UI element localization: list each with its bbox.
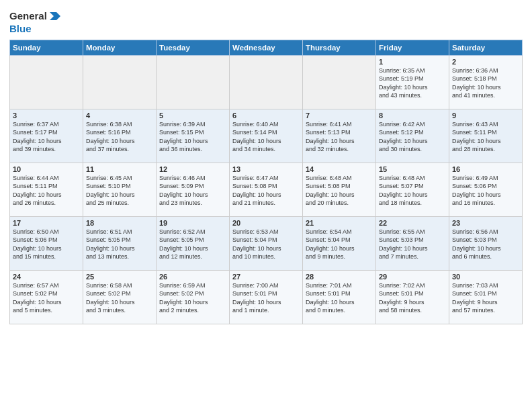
calendar-cell xyxy=(10,56,83,109)
calendar-cell: 26Sunrise: 6:59 AM Sunset: 5:02 PM Dayli… xyxy=(157,271,230,324)
day-info: Sunrise: 6:58 AM Sunset: 5:02 PM Dayligh… xyxy=(86,281,153,314)
calendar-week-row: 17Sunrise: 6:50 AM Sunset: 5:06 PM Dayli… xyxy=(10,217,523,271)
calendar-cell xyxy=(157,56,230,109)
calendar-cell: 14Sunrise: 6:48 AM Sunset: 5:08 PM Dayli… xyxy=(303,163,376,217)
day-number: 19 xyxy=(159,219,226,227)
calendar-cell: 22Sunrise: 6:55 AM Sunset: 5:03 PM Dayli… xyxy=(376,217,449,271)
calendar-cell: 2Sunrise: 6:36 AM Sunset: 5:18 PM Daylig… xyxy=(449,56,523,109)
calendar-cell: 13Sunrise: 6:47 AM Sunset: 5:08 PM Dayli… xyxy=(230,163,303,217)
day-info: Sunrise: 6:37 AM Sunset: 5:17 PM Dayligh… xyxy=(13,120,80,153)
calendar-cell: 28Sunrise: 7:01 AM Sunset: 5:01 PM Dayli… xyxy=(303,271,376,324)
calendar-cell: 11Sunrise: 6:45 AM Sunset: 5:10 PM Dayli… xyxy=(83,163,157,217)
day-number: 4 xyxy=(86,111,153,120)
day-info: Sunrise: 6:47 AM Sunset: 5:08 PM Dayligh… xyxy=(232,174,300,207)
day-number: 11 xyxy=(86,165,153,173)
logo-general-text: General xyxy=(9,10,47,21)
day-number: 8 xyxy=(379,111,446,120)
page-header: General Blue xyxy=(9,7,523,34)
svg-marker-0 xyxy=(50,12,60,20)
calendar-cell: 18Sunrise: 6:51 AM Sunset: 5:05 PM Dayli… xyxy=(83,217,157,271)
day-info: Sunrise: 6:35 AM Sunset: 5:19 PM Dayligh… xyxy=(379,66,446,99)
day-info: Sunrise: 6:48 AM Sunset: 5:08 PM Dayligh… xyxy=(306,174,373,207)
day-number: 30 xyxy=(452,273,519,281)
day-info: Sunrise: 6:38 AM Sunset: 5:16 PM Dayligh… xyxy=(86,120,153,153)
day-number: 29 xyxy=(379,273,446,281)
day-number: 6 xyxy=(232,111,300,120)
day-number: 15 xyxy=(379,165,446,173)
calendar-cell: 19Sunrise: 6:52 AM Sunset: 5:05 PM Dayli… xyxy=(157,217,230,271)
calendar-cell: 21Sunrise: 6:54 AM Sunset: 5:04 PM Dayli… xyxy=(303,217,376,271)
logo-chevron-icon xyxy=(48,9,62,23)
day-number: 7 xyxy=(306,111,373,120)
weekday-header: Thursday xyxy=(303,40,376,56)
day-info: Sunrise: 6:45 AM Sunset: 5:10 PM Dayligh… xyxy=(86,174,153,207)
calendar-cell: 25Sunrise: 6:58 AM Sunset: 5:02 PM Dayli… xyxy=(83,271,157,324)
day-info: Sunrise: 6:52 AM Sunset: 5:05 PM Dayligh… xyxy=(159,228,226,261)
day-info: Sunrise: 6:36 AM Sunset: 5:18 PM Dayligh… xyxy=(452,66,519,99)
day-number: 10 xyxy=(13,165,80,173)
day-number: 20 xyxy=(232,219,300,227)
weekday-header: Wednesday xyxy=(230,40,303,56)
calendar-cell: 6Sunrise: 6:40 AM Sunset: 5:14 PM Daylig… xyxy=(230,109,303,163)
day-number: 2 xyxy=(452,58,519,66)
calendar-cell xyxy=(303,56,376,109)
day-info: Sunrise: 6:56 AM Sunset: 5:03 PM Dayligh… xyxy=(452,228,519,261)
day-number: 24 xyxy=(13,273,80,281)
weekday-header: Saturday xyxy=(449,40,523,56)
day-number: 27 xyxy=(232,273,300,281)
day-info: Sunrise: 6:40 AM Sunset: 5:14 PM Dayligh… xyxy=(232,120,300,153)
day-number: 5 xyxy=(159,111,226,120)
day-info: Sunrise: 6:57 AM Sunset: 5:02 PM Dayligh… xyxy=(13,281,80,314)
calendar-cell: 16Sunrise: 6:49 AM Sunset: 5:06 PM Dayli… xyxy=(449,163,523,217)
calendar-cell xyxy=(230,56,303,109)
calendar-header-row: SundayMondayTuesdayWednesdayThursdayFrid… xyxy=(10,40,523,56)
logo-blue-text: Blue xyxy=(9,23,62,34)
calendar-week-row: 24Sunrise: 6:57 AM Sunset: 5:02 PM Dayli… xyxy=(10,271,523,324)
weekday-header: Friday xyxy=(376,40,449,56)
day-number: 28 xyxy=(306,273,373,281)
calendar-week-row: 1Sunrise: 6:35 AM Sunset: 5:19 PM Daylig… xyxy=(10,56,523,109)
calendar-cell: 4Sunrise: 6:38 AM Sunset: 5:16 PM Daylig… xyxy=(83,109,157,163)
day-number: 23 xyxy=(452,219,519,227)
day-number: 12 xyxy=(159,165,226,173)
day-info: Sunrise: 6:50 AM Sunset: 5:06 PM Dayligh… xyxy=(13,228,80,261)
day-info: Sunrise: 6:54 AM Sunset: 5:04 PM Dayligh… xyxy=(306,228,373,261)
calendar-cell: 30Sunrise: 7:03 AM Sunset: 5:01 PM Dayli… xyxy=(449,271,523,324)
day-info: Sunrise: 7:03 AM Sunset: 5:01 PM Dayligh… xyxy=(452,281,519,314)
calendar-cell: 27Sunrise: 7:00 AM Sunset: 5:01 PM Dayli… xyxy=(230,271,303,324)
day-number: 22 xyxy=(379,219,446,227)
day-number: 13 xyxy=(232,165,300,173)
calendar-cell: 1Sunrise: 6:35 AM Sunset: 5:19 PM Daylig… xyxy=(376,56,449,109)
day-info: Sunrise: 6:39 AM Sunset: 5:15 PM Dayligh… xyxy=(159,120,226,153)
day-number: 1 xyxy=(379,58,446,66)
calendar-week-row: 10Sunrise: 6:44 AM Sunset: 5:11 PM Dayli… xyxy=(10,163,523,217)
calendar-cell: 10Sunrise: 6:44 AM Sunset: 5:11 PM Dayli… xyxy=(10,163,83,217)
day-info: Sunrise: 7:00 AM Sunset: 5:01 PM Dayligh… xyxy=(232,281,300,314)
calendar-cell: 23Sunrise: 6:56 AM Sunset: 5:03 PM Dayli… xyxy=(449,217,523,271)
calendar-cell: 7Sunrise: 6:41 AM Sunset: 5:13 PM Daylig… xyxy=(303,109,376,163)
day-number: 9 xyxy=(452,111,519,120)
day-info: Sunrise: 6:42 AM Sunset: 5:12 PM Dayligh… xyxy=(379,120,446,153)
day-info: Sunrise: 6:53 AM Sunset: 5:04 PM Dayligh… xyxy=(232,228,300,261)
day-info: Sunrise: 6:46 AM Sunset: 5:09 PM Dayligh… xyxy=(159,174,226,207)
day-info: Sunrise: 6:43 AM Sunset: 5:11 PM Dayligh… xyxy=(452,120,519,153)
day-info: Sunrise: 6:51 AM Sunset: 5:05 PM Dayligh… xyxy=(86,228,153,261)
calendar-cell: 9Sunrise: 6:43 AM Sunset: 5:11 PM Daylig… xyxy=(449,109,523,163)
day-number: 21 xyxy=(306,219,373,227)
day-number: 25 xyxy=(86,273,153,281)
calendar-cell xyxy=(83,56,157,109)
day-number: 26 xyxy=(159,273,226,281)
day-number: 16 xyxy=(452,165,519,173)
day-number: 18 xyxy=(86,219,153,227)
weekday-header: Tuesday xyxy=(157,40,230,56)
calendar-cell: 15Sunrise: 6:48 AM Sunset: 5:07 PM Dayli… xyxy=(376,163,449,217)
day-info: Sunrise: 7:02 AM Sunset: 5:01 PM Dayligh… xyxy=(379,281,446,314)
calendar-cell: 5Sunrise: 6:39 AM Sunset: 5:15 PM Daylig… xyxy=(157,109,230,163)
weekday-header: Sunday xyxy=(10,40,83,56)
weekday-header: Monday xyxy=(83,40,157,56)
day-number: 3 xyxy=(13,111,80,120)
calendar-week-row: 3Sunrise: 6:37 AM Sunset: 5:17 PM Daylig… xyxy=(10,109,523,163)
day-info: Sunrise: 6:48 AM Sunset: 5:07 PM Dayligh… xyxy=(379,174,446,207)
day-info: Sunrise: 6:44 AM Sunset: 5:11 PM Dayligh… xyxy=(13,174,80,207)
calendar-cell: 8Sunrise: 6:42 AM Sunset: 5:12 PM Daylig… xyxy=(376,109,449,163)
